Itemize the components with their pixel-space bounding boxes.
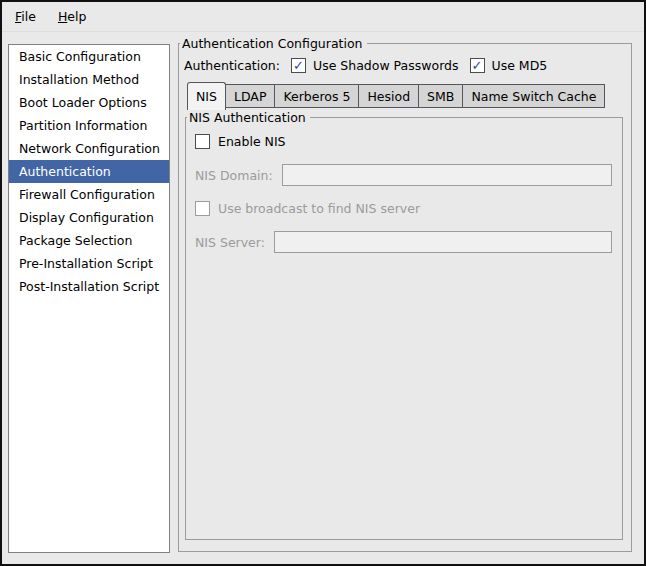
use-broadcast-row: ✓ Use broadcast to find NIS server	[195, 201, 622, 216]
enable-nis-checkbox[interactable]: ✓	[195, 134, 210, 149]
enable-nis-row: ✓ Enable NIS	[195, 134, 622, 149]
nis-frame-title: NIS Authentication	[187, 110, 310, 125]
enable-nis-label[interactable]: Enable NIS	[218, 134, 286, 149]
use-shadow-passwords-label[interactable]: Use Shadow Passwords	[313, 58, 459, 73]
sidebar-item-basic-configuration[interactable]: Basic Configuration	[9, 45, 169, 68]
sidebar-item-pre-installation-script[interactable]: Pre-Installation Script	[9, 252, 169, 275]
check-icon: ✓	[293, 59, 304, 72]
sidebar-item-authentication[interactable]: Authentication	[9, 160, 169, 183]
tab-kerberos-5[interactable]: Kerberos 5	[274, 84, 359, 108]
sidebar-item-installation-method[interactable]: Installation Method	[9, 68, 169, 91]
menu-help[interactable]: Help	[49, 6, 96, 27]
auth-tabs: NIS LDAP Kerberos 5 Hesiod SMB Name Swit…	[187, 82, 631, 110]
nis-server-row: NIS Server:	[195, 231, 612, 253]
sidebar-item-firewall-configuration[interactable]: Firewall Configuration	[9, 183, 169, 206]
sidebar-item-post-installation-script[interactable]: Post-Installation Script	[9, 275, 169, 298]
kickstart-configurator-window: File Help Basic Configuration Installati…	[0, 0, 646, 566]
sidebar-item-network-configuration[interactable]: Network Configuration	[9, 137, 169, 160]
use-broadcast-checkbox[interactable]: ✓	[195, 201, 210, 216]
nis-authentication-frame: NIS Authentication ✓ Enable NIS NIS Doma…	[185, 110, 623, 540]
tab-name-switch-cache[interactable]: Name Switch Cache	[462, 84, 605, 108]
section-list: Basic Configuration Installation Method …	[8, 44, 170, 553]
sidebar-item-package-selection[interactable]: Package Selection	[9, 229, 169, 252]
authentication-options-row: Authentication: ✓ Use Shadow Passwords ✓…	[184, 58, 631, 73]
sidebar-item-partition-information[interactable]: Partition Information	[9, 114, 169, 137]
menubar: File Help	[2, 2, 644, 32]
sidebar-item-boot-loader-options[interactable]: Boot Loader Options	[9, 91, 169, 114]
tab-hesiod[interactable]: Hesiod	[358, 84, 419, 108]
check-icon: ✓	[472, 59, 483, 72]
nis-server-input[interactable]	[274, 231, 612, 253]
use-md5-label[interactable]: Use MD5	[492, 58, 548, 73]
use-broadcast-label[interactable]: Use broadcast to find NIS server	[218, 201, 420, 216]
tab-ldap[interactable]: LDAP	[225, 84, 275, 108]
frame-title: Authentication Configuration	[180, 36, 367, 51]
tab-nis[interactable]: NIS	[187, 82, 226, 110]
authentication-label: Authentication:	[184, 58, 280, 73]
menu-file[interactable]: File	[6, 6, 45, 27]
nis-domain-label: NIS Domain:	[195, 168, 273, 183]
tab-smb[interactable]: SMB	[418, 84, 463, 108]
authentication-configuration-frame: Authentication Configuration Authenticat…	[178, 36, 632, 552]
nis-domain-input[interactable]	[282, 164, 612, 186]
use-shadow-passwords-checkbox[interactable]: ✓	[291, 58, 306, 73]
nis-domain-row: NIS Domain:	[195, 164, 612, 186]
nis-server-label: NIS Server:	[195, 235, 265, 250]
use-md5-checkbox[interactable]: ✓	[470, 58, 485, 73]
sidebar-item-display-configuration[interactable]: Display Configuration	[9, 206, 169, 229]
